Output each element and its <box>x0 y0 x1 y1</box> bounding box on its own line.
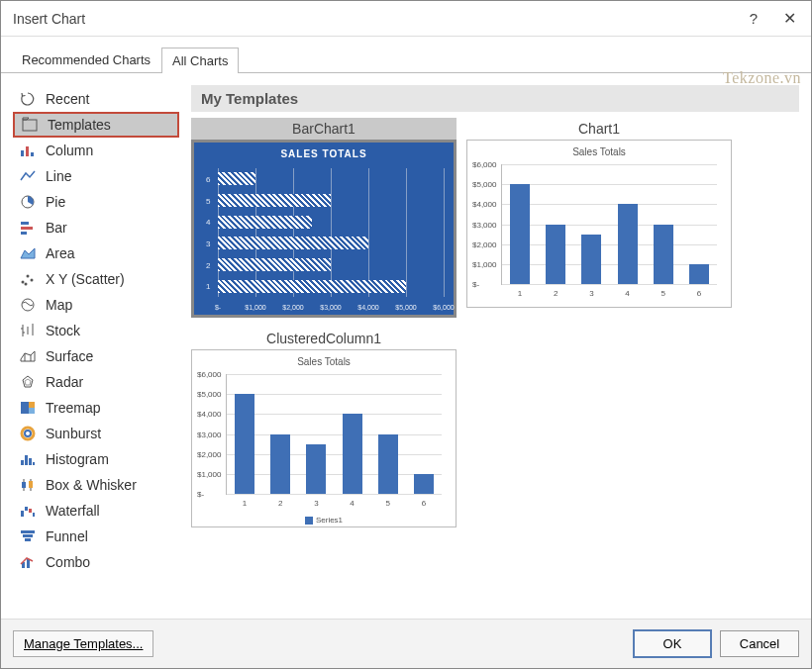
svg-point-10 <box>31 279 34 282</box>
svg-rect-37 <box>29 509 32 513</box>
template-preview: Sales Totals $-$1,000$2,000$3,000$4,000$… <box>191 349 457 527</box>
svg-rect-40 <box>23 534 33 537</box>
templates-content: My Templates BarChart1 SALES TOTALS $-$1… <box>191 85 799 607</box>
cancel-button[interactable]: Cancel <box>720 630 799 657</box>
sidebar-item-bar[interactable]: Bar <box>13 215 179 240</box>
template-title: Chart1 <box>466 118 732 140</box>
sidebar-item-histogram[interactable]: Histogram <box>13 446 179 472</box>
template-clusteredcolumn1[interactable]: ClusteredColumn1 Sales Totals $-$1,000$2… <box>191 328 457 527</box>
svg-point-8 <box>22 281 25 284</box>
svg-rect-3 <box>31 152 34 156</box>
svg-rect-36 <box>25 507 28 511</box>
sidebar-item-column[interactable]: Column <box>13 138 179 163</box>
dialog-body: Tekzone.vn Recent Templates Column Line … <box>1 73 811 619</box>
close-button[interactable]: ✕ <box>771 3 807 35</box>
sidebar-item-treemap[interactable]: Treemap <box>13 395 179 421</box>
funnel-icon <box>19 527 37 545</box>
watermark: Tekzone.vn <box>723 69 801 87</box>
svg-point-26 <box>25 430 31 436</box>
template-barchart1[interactable]: BarChart1 SALES TOTALS $-$1,000$2,000$3,… <box>191 118 457 318</box>
sidebar-item-recent[interactable]: Recent <box>13 86 179 112</box>
svg-rect-24 <box>29 408 35 414</box>
sidebar-item-radar[interactable]: Radar <box>13 369 179 395</box>
svg-rect-5 <box>21 222 29 225</box>
titlebar-buttons: ? ✕ <box>736 3 807 35</box>
chart-title: Sales Totals <box>192 350 456 373</box>
tabstrip: Recommended Charts All Charts <box>1 37 811 73</box>
sidebar-item-funnel[interactable]: Funnel <box>13 524 179 549</box>
stock-icon <box>19 322 37 339</box>
tab-all-charts[interactable]: All Charts <box>161 48 239 73</box>
tab-recommended-charts[interactable]: Recommended Charts <box>11 47 161 72</box>
svg-rect-30 <box>33 462 35 465</box>
sidebar-item-label: Line <box>46 168 71 184</box>
help-button[interactable]: ? <box>736 3 771 35</box>
dialog-footer: Manage Templates... OK Cancel <box>1 619 811 668</box>
svg-rect-29 <box>29 458 32 465</box>
svg-rect-43 <box>27 559 30 568</box>
template-preview: Sales Totals $-$1,000$2,000$3,000$4,000$… <box>466 140 732 308</box>
svg-rect-7 <box>21 232 27 235</box>
chart-legend: Series1 <box>192 516 456 525</box>
svg-rect-34 <box>29 481 33 488</box>
ok-button[interactable]: OK <box>633 629 712 658</box>
sidebar-item-label: Recent <box>46 91 89 107</box>
titlebar: Insert Chart ? ✕ <box>1 1 811 37</box>
scatter-icon <box>19 270 37 288</box>
sidebar-item-map[interactable]: Map <box>13 292 179 318</box>
manage-templates-button[interactable]: Manage Templates... <box>13 630 153 657</box>
sunburst-icon <box>19 425 37 442</box>
sidebar-item-label: Stock <box>46 323 80 338</box>
sidebar-item-label: Templates <box>48 117 111 133</box>
svg-rect-41 <box>25 538 31 541</box>
dialog-title: Insert Chart <box>13 11 736 27</box>
svg-rect-28 <box>25 455 28 465</box>
svg-rect-23 <box>29 402 35 408</box>
combo-icon <box>19 553 37 571</box>
chart-plot: $-$1,000$2,000$3,000$4,000$5,000$6,00065… <box>218 168 444 297</box>
sidebar-item-combo[interactable]: Combo <box>13 549 179 575</box>
sidebar-item-label: Combo <box>46 554 90 570</box>
sidebar-item-label: X Y (Scatter) <box>46 271 125 287</box>
chart-type-sidebar: Recent Templates Column Line Pie Bar <box>13 85 179 607</box>
svg-rect-27 <box>21 460 24 465</box>
sidebar-item-pie[interactable]: Pie <box>13 189 179 215</box>
map-icon <box>19 296 37 314</box>
sidebar-item-label: Box & Whisker <box>46 477 137 493</box>
column-icon <box>19 142 37 159</box>
surface-icon <box>19 347 37 365</box>
chart-plot: $-$1,000$2,000$3,000$4,000$5,000$6,00012… <box>226 374 442 495</box>
recent-icon <box>19 90 37 108</box>
boxwhisker-icon <box>19 476 37 494</box>
waterfall-icon <box>19 502 37 520</box>
svg-rect-39 <box>21 530 35 533</box>
svg-rect-2 <box>26 146 29 156</box>
chart-plot: $-$1,000$2,000$3,000$4,000$5,000$6,00012… <box>501 164 717 285</box>
chart-title: SALES TOTALS <box>194 143 454 165</box>
svg-rect-22 <box>21 402 29 414</box>
templates-icon <box>21 116 39 134</box>
treemap-icon <box>19 399 37 417</box>
sidebar-item-sunburst[interactable]: Sunburst <box>13 421 179 446</box>
sidebar-item-label: Funnel <box>46 528 88 544</box>
sidebar-item-surface[interactable]: Surface <box>13 343 179 369</box>
svg-marker-21 <box>25 379 31 385</box>
sidebar-item-label: Histogram <box>46 451 109 467</box>
sidebar-item-boxwhisker[interactable]: Box & Whisker <box>13 472 179 498</box>
sidebar-item-label: Treemap <box>46 400 101 416</box>
svg-rect-38 <box>33 513 35 517</box>
sidebar-item-line[interactable]: Line <box>13 163 179 189</box>
sidebar-item-area[interactable]: Area <box>13 240 179 266</box>
pie-icon <box>19 193 37 211</box>
template-preview: SALES TOTALS $-$1,000$2,000$3,000$4,000$… <box>191 140 457 318</box>
section-header: My Templates <box>191 85 799 112</box>
histogram-icon <box>19 450 37 468</box>
svg-point-25 <box>22 428 34 439</box>
sidebar-item-templates[interactable]: Templates <box>13 112 179 138</box>
area-icon <box>19 244 37 262</box>
template-chart1[interactable]: Chart1 Sales Totals $-$1,000$2,000$3,000… <box>466 118 732 308</box>
sidebar-item-scatter[interactable]: X Y (Scatter) <box>13 266 179 292</box>
sidebar-item-waterfall[interactable]: Waterfall <box>13 498 179 524</box>
line-icon <box>19 167 37 185</box>
sidebar-item-stock[interactable]: Stock <box>13 318 179 343</box>
